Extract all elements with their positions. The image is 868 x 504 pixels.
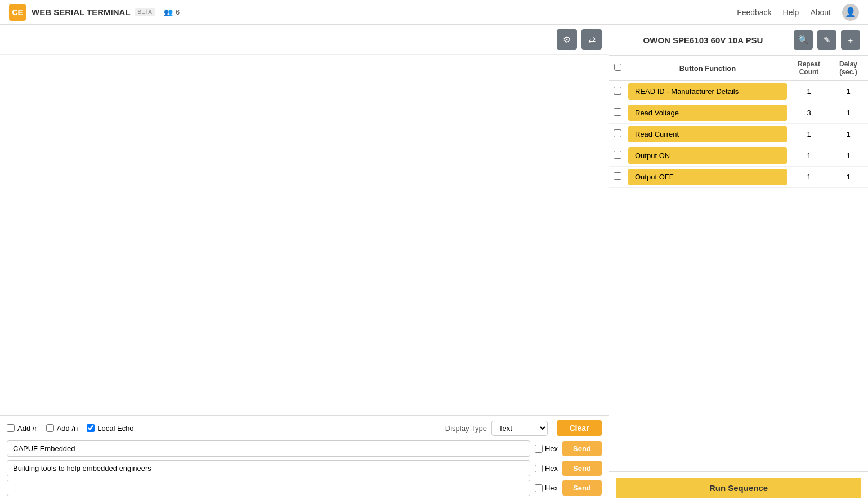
- row-check-cell-3: [609, 145, 626, 166]
- device-title: OWON SPE6103 60V 10A PSU: [617, 35, 789, 45]
- row-repeat-cell-2: 1: [789, 124, 829, 145]
- row-function-cell-3: Output ON: [626, 145, 789, 166]
- display-type-select[interactable]: Text Hex ASCII: [491, 421, 548, 436]
- run-sequence-button[interactable]: Run Sequence: [616, 478, 861, 498]
- edit-icon: ✎: [824, 35, 831, 45]
- right-panel: OWON SPE6103 60V 10A PSU 🔍 ✎ + Button Fu…: [609, 25, 868, 504]
- add-button[interactable]: +: [841, 30, 860, 50]
- users-count: 6: [176, 8, 180, 16]
- sequence-table: Button Function Repeat Count Delay (sec.…: [609, 56, 868, 471]
- add-lf-label: Add /n: [57, 424, 78, 433]
- send-button-3[interactable]: Send: [562, 480, 602, 496]
- connect-button[interactable]: ⇄: [581, 29, 602, 50]
- function-button-1[interactable]: Read Voltage: [628, 105, 787, 121]
- add-lf-group: Add /n: [46, 424, 78, 433]
- row-checkbox-3[interactable]: [614, 151, 621, 159]
- add-cr-label: Add /r: [17, 424, 37, 433]
- row-check-cell-4: [609, 166, 626, 188]
- help-link[interactable]: Help: [783, 8, 799, 17]
- hex-checkbox-1[interactable]: [535, 445, 543, 453]
- right-footer: Run Sequence: [609, 471, 868, 504]
- app-title: WEB SERIAL TERMINAL: [32, 7, 131, 17]
- sequence-tbody: READ ID - Manufacturer Details 1 1 Read …: [609, 81, 868, 188]
- function-button-0[interactable]: READ ID - Manufacturer Details: [628, 83, 787, 100]
- row-delay-cell-3: 1: [829, 145, 868, 166]
- function-button-2[interactable]: Read Current: [628, 126, 787, 142]
- row-checkbox-2[interactable]: [614, 129, 621, 137]
- local-echo-group: Local Echo: [87, 424, 133, 433]
- display-type-group: Display Type Text Hex ASCII: [445, 421, 548, 436]
- left-toolbar: ⚙ ⇄: [0, 25, 609, 55]
- send-button-2[interactable]: Send: [562, 461, 602, 476]
- hex-group-2: Hex: [535, 464, 558, 472]
- row-repeat-cell-3: 1: [789, 145, 829, 166]
- row-function-cell-0: READ ID - Manufacturer Details: [626, 81, 789, 102]
- header-delay-col: Delay (sec.): [829, 56, 868, 81]
- right-header: OWON SPE6103 60V 10A PSU 🔍 ✎ +: [609, 25, 868, 56]
- logo-text: CE: [12, 8, 23, 17]
- row-delay-cell-2: 1: [829, 124, 868, 145]
- table-row: Read Current 1 1: [609, 124, 868, 145]
- header-nav: Feedback Help About 👤: [737, 4, 859, 21]
- row-repeat-cell-4: 1: [789, 166, 829, 188]
- about-link[interactable]: About: [810, 8, 831, 17]
- add-cr-group: Add /r: [7, 424, 37, 433]
- table-row: Output ON 1 1: [609, 145, 868, 166]
- input-field-3[interactable]: [7, 480, 530, 496]
- row-function-cell-1: Read Voltage: [626, 102, 789, 124]
- input-field-1[interactable]: [7, 440, 530, 457]
- row-delay-cell-1: 1: [829, 102, 868, 124]
- function-button-4[interactable]: Output OFF: [628, 169, 787, 185]
- header-checkbox-col: [609, 56, 626, 81]
- connect-icon: ⇄: [588, 34, 596, 45]
- search-icon: 🔍: [798, 35, 809, 45]
- hex-label-3: Hex: [545, 484, 558, 492]
- display-type-label: Display Type: [445, 424, 487, 433]
- row-repeat-cell-0: 1: [789, 81, 829, 102]
- table-row: READ ID - Manufacturer Details 1 1: [609, 81, 868, 102]
- bottom-controls: Add /r Add /n Local Echo Display Type Te…: [0, 415, 609, 504]
- function-button-3[interactable]: Output ON: [628, 147, 787, 164]
- send-button-1[interactable]: Send: [562, 441, 602, 456]
- input-row-3: Hex Send: [7, 480, 602, 496]
- row-delay-cell-0: 1: [829, 81, 868, 102]
- app-logo: CE: [9, 4, 26, 21]
- row-function-cell-4: Output OFF: [626, 166, 789, 188]
- settings-button[interactable]: ⚙: [557, 29, 577, 50]
- input-field-2[interactable]: [7, 460, 530, 476]
- input-row-1: Hex Send: [7, 440, 602, 457]
- header-repeat-col: Repeat Count: [789, 56, 829, 81]
- table-row: Read Voltage 3 1: [609, 102, 868, 124]
- row-repeat-cell-1: 3: [789, 102, 829, 124]
- local-echo-label: Local Echo: [97, 424, 133, 433]
- select-all-checkbox[interactable]: [614, 64, 621, 71]
- hex-group-3: Hex: [535, 484, 558, 492]
- input-row-2: Hex Send: [7, 460, 602, 476]
- user-avatar[interactable]: 👤: [842, 4, 859, 21]
- hex-checkbox-3[interactable]: [535, 484, 543, 492]
- terminal-area[interactable]: [0, 55, 609, 415]
- row-delay-cell-4: 1: [829, 166, 868, 188]
- row-checkbox-1[interactable]: [614, 108, 621, 116]
- feedback-link[interactable]: Feedback: [737, 8, 771, 17]
- table-row: Output OFF 1 1: [609, 166, 868, 188]
- row-check-cell-0: [609, 81, 626, 102]
- hex-checkbox-2[interactable]: [535, 465, 543, 472]
- clear-button[interactable]: Clear: [557, 420, 602, 436]
- add-cr-checkbox[interactable]: [7, 424, 15, 432]
- header-function-col: Button Function: [626, 56, 789, 81]
- users-icon: 👥: [164, 8, 173, 16]
- hex-label-1: Hex: [545, 444, 558, 453]
- local-echo-checkbox[interactable]: [87, 424, 95, 432]
- add-icon: +: [848, 35, 853, 45]
- row-checkbox-0[interactable]: [614, 87, 621, 94]
- add-lf-checkbox[interactable]: [46, 424, 54, 432]
- sequence-table-element: Button Function Repeat Count Delay (sec.…: [609, 56, 868, 188]
- row-checkbox-4[interactable]: [614, 172, 621, 180]
- search-button[interactable]: 🔍: [794, 30, 813, 50]
- edit-button[interactable]: ✎: [817, 30, 836, 50]
- controls-row: Add /r Add /n Local Echo Display Type Te…: [7, 420, 602, 436]
- hex-group-1: Hex: [535, 444, 558, 453]
- users-indicator: 👥 6: [164, 8, 180, 16]
- left-panel: ⚙ ⇄ Add /r Add /n Local Echo: [0, 25, 609, 504]
